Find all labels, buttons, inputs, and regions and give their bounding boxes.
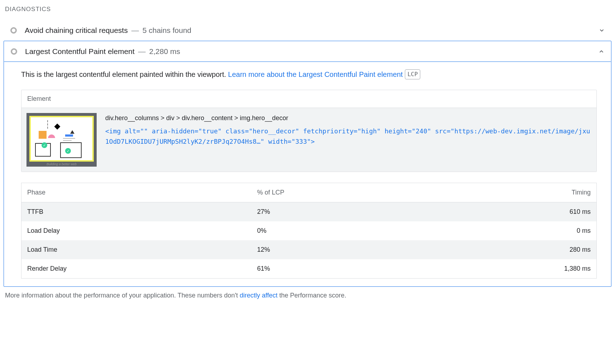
separator: —: [138, 47, 146, 56]
audit-meta: 5 chains found: [142, 26, 192, 35]
pct-cell: 12%: [251, 240, 424, 259]
timing-cell: 610 ms: [424, 202, 596, 222]
table-row: Load Delay 0% 0 ms: [21, 221, 597, 240]
col-phase: Phase: [21, 183, 252, 202]
table-row: Render Delay 61% 1,380 ms: [21, 259, 597, 279]
audit-title: Largest Contentful Paint element: [25, 47, 135, 56]
table-row: TTFB 27% 610 ms: [21, 202, 597, 222]
description-text: This is the largest contentful element p…: [21, 70, 228, 78]
section-title: DIAGNOSTICS: [4, 4, 611, 20]
audit-body: This is the largest contentful element p…: [4, 62, 611, 286]
phase-cell: TTFB: [21, 202, 252, 222]
pct-cell: 0%: [251, 221, 424, 240]
audit-panel-lcp: Largest Contentful Paint element — 2,280…: [4, 41, 611, 287]
audit-row-lcp[interactable]: Largest Contentful Paint element — 2,280…: [4, 41, 611, 62]
table-row: Load Time 12% 280 ms: [21, 240, 597, 259]
pct-cell: 61%: [251, 259, 424, 279]
footnote: More information about the performance o…: [4, 287, 611, 299]
lcp-badge: LCP: [405, 69, 420, 79]
footnote-suffix: the Performance score.: [277, 292, 346, 299]
chevron-down-icon[interactable]: [597, 26, 606, 35]
footnote-prefix: More information about the performance o…: [5, 292, 239, 299]
status-icon: [11, 48, 17, 55]
col-timing: Timing: [424, 183, 596, 202]
audit-row-chains[interactable]: Avoid chaining critical requests — 5 cha…: [4, 20, 611, 41]
phase-table: Phase % of LCP Timing TTFB 27% 610 ms Lo…: [21, 183, 597, 279]
audit-title: Avoid chaining critical requests: [25, 26, 128, 35]
thumbnail-caption: Building a better web: [26, 162, 97, 166]
chevron-up-icon[interactable]: [597, 47, 606, 56]
learn-more-link[interactable]: Learn more about the Largest Contentful …: [228, 70, 403, 78]
footnote-link[interactable]: directly affect: [239, 292, 277, 299]
element-card-header: Element: [21, 90, 596, 108]
phase-cell: Load Time: [21, 240, 252, 259]
pct-cell: 27%: [251, 202, 424, 222]
timing-cell: 1,380 ms: [424, 259, 596, 279]
element-thumbnail: ✓ ✓ Building a better web: [26, 113, 97, 167]
status-icon: [10, 27, 17, 34]
phase-cell: Load Delay: [21, 221, 252, 240]
separator: —: [131, 26, 139, 35]
timing-cell: 0 ms: [424, 221, 596, 240]
phase-cell: Render Delay: [21, 259, 252, 279]
element-selector-path: div.hero__columns > div > div.hero__cont…: [105, 113, 591, 123]
col-pct: % of LCP: [251, 183, 424, 202]
element-html-code: <img alt="" aria-hidden="true" class="he…: [105, 126, 591, 147]
element-card: Element: [21, 90, 597, 172]
timing-cell: 280 ms: [424, 240, 596, 259]
audit-meta: 2,280 ms: [149, 47, 180, 56]
audit-description: This is the largest contentful element p…: [21, 69, 597, 80]
